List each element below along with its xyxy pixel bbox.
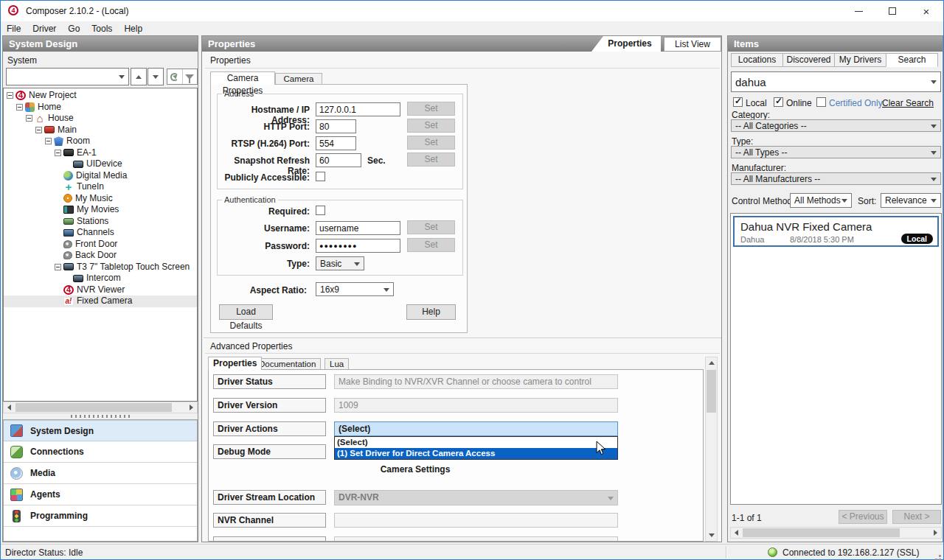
- dropdown-option-select[interactable]: (Select): [335, 437, 617, 448]
- hostname-input[interactable]: [316, 102, 400, 116]
- tab-my-drivers[interactable]: My Drivers: [834, 53, 886, 67]
- snapshot-rate-input[interactable]: [316, 153, 361, 167]
- set-rtsp-button[interactable]: Set: [407, 136, 455, 150]
- tab-locations[interactable]: Locations: [731, 53, 783, 67]
- control-method-label: Control Method:: [732, 196, 794, 206]
- tree-item-home[interactable]: Home: [4, 102, 197, 113]
- tree-item-tunein[interactable]: +TuneIn: [4, 181, 197, 193]
- tree-item-fixed-camera[interactable]: a!Fixed Camera: [4, 295, 197, 307]
- certified-only-checkbox[interactable]: [816, 97, 826, 107]
- menu-file[interactable]: File: [1, 22, 27, 35]
- driver-actions-combo[interactable]: (Select): [334, 421, 618, 436]
- dropdown-option-1-set-driver-for-direct-camera-access[interactable]: (1) Set Driver for Direct Camera Access: [335, 448, 617, 459]
- search-input[interactable]: dahua: [731, 71, 941, 92]
- menu-tools[interactable]: Tools: [86, 22, 118, 35]
- nav-item-programming[interactable]: Programming: [4, 505, 197, 527]
- menu-go[interactable]: Go: [62, 22, 86, 35]
- panel-splitter-handle[interactable]: [71, 415, 130, 418]
- online-checkbox[interactable]: [774, 97, 783, 107]
- help-button[interactable]: Help: [406, 304, 456, 320]
- tree-item-nvr-viewer[interactable]: 4NVR Viewer: [4, 284, 197, 296]
- rtsp-port-input[interactable]: [316, 136, 356, 150]
- tree-item-back-door[interactable]: Back Door: [4, 250, 197, 262]
- nav-item-media[interactable]: Media: [4, 463, 197, 484]
- system-selector-combo[interactable]: [6, 68, 129, 85]
- set-http-button[interactable]: Set: [407, 119, 455, 133]
- tab-lua[interactable]: Lua: [324, 358, 349, 370]
- previous-button[interactable]: < Previous: [839, 510, 887, 524]
- required-checkbox[interactable]: [316, 206, 325, 215]
- nav-item-agents[interactable]: Agents: [4, 484, 197, 505]
- expander-icon[interactable]: [35, 127, 42, 133]
- tree-item-stations[interactable]: Stations: [4, 216, 197, 228]
- tree-item-main[interactable]: Main: [4, 125, 197, 136]
- set-password-button[interactable]: Set: [407, 238, 455, 252]
- clear-search-link[interactable]: Clear Search: [882, 98, 934, 108]
- tree-up-button[interactable]: [131, 68, 147, 85]
- auth-type-combo[interactable]: Basic: [316, 256, 364, 270]
- expander-icon[interactable]: [26, 115, 32, 122]
- refresh-button[interactable]: [167, 69, 183, 84]
- filter-button[interactable]: [183, 69, 198, 84]
- tab-advanced-properties[interactable]: Properties: [208, 357, 262, 370]
- minimize-button[interactable]: [841, 1, 875, 21]
- tree-horizontal-scrollbar[interactable]: [3, 402, 198, 413]
- set-snapshot-button[interactable]: Set: [407, 153, 455, 167]
- load-defaults-button[interactable]: Load Defaults: [219, 304, 273, 320]
- category-combo[interactable]: -- All Categories --: [731, 119, 941, 132]
- tree-item-t3-7-tabletop-touch-screen[interactable]: T3 7" Tabletop Touch Screen: [4, 262, 197, 273]
- control-method-combo[interactable]: All Methods: [790, 193, 852, 208]
- expander-icon[interactable]: [16, 104, 23, 111]
- tree-item-my-music[interactable]: My Music: [4, 193, 197, 205]
- sort-combo[interactable]: Relevance: [881, 193, 941, 208]
- expander-icon[interactable]: [7, 92, 13, 99]
- menu-help[interactable]: Help: [118, 22, 148, 35]
- tree-item-intercom[interactable]: Intercom: [4, 273, 197, 284]
- tree-item-my-movies[interactable]: My Movies: [4, 204, 197, 216]
- advanced-vertical-scrollbar[interactable]: [705, 357, 718, 542]
- tree-item-ea-1[interactable]: EA-1: [4, 147, 197, 159]
- menu-driver[interactable]: Driver: [27, 22, 62, 35]
- tree-item-room[interactable]: Room: [4, 136, 197, 147]
- tab-discovered[interactable]: Discovered: [782, 53, 835, 67]
- tab-documentation[interactable]: Documentation: [254, 358, 321, 370]
- username-input[interactable]: [316, 221, 400, 235]
- set-hostname-button[interactable]: Set: [407, 102, 455, 116]
- type-combo[interactable]: -- All Types --: [731, 146, 941, 158]
- resize-grip[interactable]: [939, 555, 941, 557]
- maximize-button[interactable]: [875, 1, 909, 21]
- aspect-ratio-combo[interactable]: 16x9: [316, 282, 394, 296]
- tree-down-button[interactable]: [148, 68, 164, 85]
- tree-item-new-project[interactable]: 4New Project: [4, 90, 197, 102]
- tree-item-uidevice[interactable]: UIDevice: [4, 158, 197, 170]
- expander-icon[interactable]: [55, 264, 61, 270]
- search-results-list: Dahua NVR Fixed CameraDahua8/8/2018 5:30…: [730, 213, 942, 505]
- tab-properties-view[interactable]: Properties: [591, 36, 661, 52]
- local-checkbox[interactable]: [733, 97, 743, 107]
- tree-item-channels[interactable]: Channels: [4, 227, 197, 239]
- tree-item-front-door[interactable]: Front Door: [4, 239, 197, 251]
- close-button[interactable]: ×: [909, 1, 943, 21]
- password-input[interactable]: [316, 239, 400, 253]
- expander-icon[interactable]: [45, 138, 52, 144]
- publicly-accessible-checkbox[interactable]: [316, 172, 325, 181]
- tree-item-label: T3 7" Tabletop Touch Screen: [77, 262, 190, 273]
- tab-camera-test[interactable]: Camera Test: [275, 73, 322, 85]
- next-button[interactable]: Next >: [892, 510, 941, 524]
- set-username-button[interactable]: Set: [407, 220, 455, 234]
- scrollbar-thumb[interactable]: [15, 403, 172, 412]
- nav-item-connections[interactable]: Connections: [4, 441, 197, 463]
- http-port-input[interactable]: [316, 119, 356, 133]
- expander-icon[interactable]: [55, 150, 61, 156]
- scrollbar-thumb[interactable]: [707, 370, 716, 413]
- tree-item-house[interactable]: ⌂House: [4, 113, 197, 125]
- result-dahua-nvr-fixed-camera[interactable]: Dahua NVR Fixed CameraDahua8/8/2018 5:30…: [733, 216, 939, 247]
- tree-item-digital-media[interactable]: Digital Media: [4, 170, 197, 182]
- manufacturer-combo[interactable]: -- All Manufacturers --: [731, 172, 941, 185]
- tab-camera-properties[interactable]: Camera Properties: [210, 71, 275, 85]
- tab-list-view[interactable]: List View: [664, 37, 721, 52]
- items-horizontal-scrollbar[interactable]: [730, 527, 942, 539]
- scrollbar-thumb[interactable]: [743, 528, 900, 537]
- tab-search[interactable]: Search: [886, 53, 938, 67]
- nav-item-system-design[interactable]: System Design: [4, 420, 197, 441]
